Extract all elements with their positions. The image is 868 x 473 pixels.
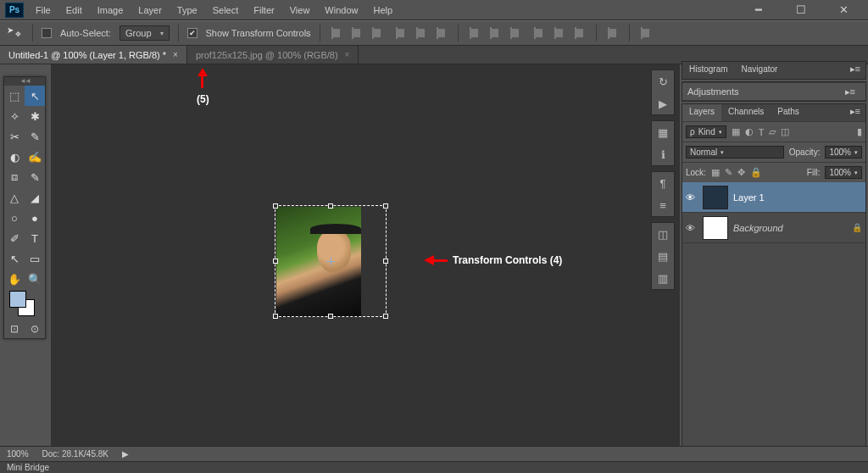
- document-tab-2[interactable]: prof125x125.jpg @ 100% (RGB/8) ×: [187, 46, 359, 64]
- quickmask-icon[interactable]: ⊡: [10, 323, 19, 335]
- transform-center-icon[interactable]: [326, 257, 335, 265]
- document-tab-1[interactable]: Untitled-1 @ 100% (Layer 1, RGB/8) * ×: [0, 46, 187, 64]
- align-hcenter-icon[interactable]: [414, 25, 429, 41]
- auto-select-checkbox[interactable]: [42, 28, 52, 38]
- panel-flyout-icon[interactable]: ▸≡: [845, 62, 865, 79]
- hand-tool[interactable]: ✋: [4, 269, 25, 289]
- maximize-button[interactable]: ☐: [788, 3, 814, 16]
- paragraph-panel-icon[interactable]: ≡: [652, 194, 674, 216]
- 3d-mode-icon[interactable]: [638, 25, 654, 41]
- doc-size[interactable]: Doc: 28.1K/45.8K: [42, 449, 108, 459]
- auto-select-dropdown[interactable]: Group: [120, 25, 170, 41]
- menu-image[interactable]: Image: [91, 3, 131, 18]
- distribute-left-icon[interactable]: [531, 25, 547, 41]
- transform-handle-tl[interactable]: [273, 203, 278, 209]
- distribute-vcenter-icon[interactable]: [487, 25, 503, 41]
- transform-handle-br[interactable]: [383, 314, 388, 319]
- lock-position-icon[interactable]: ✎: [725, 167, 732, 178]
- filter-smart-icon[interactable]: ◫: [781, 126, 789, 137]
- minimize-button[interactable]: ━: [746, 3, 771, 16]
- histogram-tab[interactable]: Histogram: [682, 62, 735, 79]
- mini-bridge-tab[interactable]: Mini Bridge: [0, 461, 868, 473]
- menu-select[interactable]: Select: [206, 3, 246, 18]
- blend-mode-dropdown[interactable]: Normal: [686, 146, 784, 159]
- gradient-tool[interactable]: ◢: [25, 187, 45, 208]
- crop-tool[interactable]: ✂: [4, 126, 25, 147]
- actions-panel-icon[interactable]: ▶: [652, 92, 674, 114]
- navigator-tab[interactable]: Navigator: [735, 62, 785, 79]
- styles-panel-icon[interactable]: ▤: [652, 245, 674, 267]
- eyedropper-tool[interactable]: ✎: [25, 126, 45, 147]
- transform-bounding-box[interactable]: [275, 205, 387, 317]
- properties-panel-icon[interactable]: ▦: [652, 121, 674, 143]
- menu-file[interactable]: File: [29, 3, 58, 18]
- align-vcenter-icon[interactable]: [349, 25, 364, 41]
- panel-flyout-icon[interactable]: ▸≡: [840, 85, 860, 99]
- align-bottom-icon[interactable]: [370, 25, 385, 41]
- history-brush-tool[interactable]: ✎: [25, 167, 45, 187]
- zoom-level[interactable]: 100%: [7, 449, 29, 459]
- healing-tool[interactable]: ◐: [4, 147, 25, 167]
- close-button[interactable]: ✕: [831, 3, 856, 16]
- menu-help[interactable]: Help: [366, 3, 399, 18]
- close-tab-icon[interactable]: ×: [173, 50, 178, 59]
- visibility-icon[interactable]: 👁: [686, 192, 698, 203]
- shape-tool[interactable]: ▭: [25, 248, 45, 269]
- align-left-icon[interactable]: [393, 25, 409, 41]
- paths-tab[interactable]: Paths: [771, 104, 806, 121]
- move-tool[interactable]: ↖: [25, 86, 45, 106]
- panel-flyout-icon[interactable]: ▸≡: [845, 104, 865, 121]
- filter-pixel-icon[interactable]: ▦: [732, 126, 740, 137]
- layer-name[interactable]: Layer 1: [733, 192, 765, 203]
- layer-thumbnail[interactable]: [703, 186, 728, 209]
- color-swatches[interactable]: [4, 289, 45, 320]
- transform-handle-mr[interactable]: [383, 259, 388, 264]
- filter-type-icon[interactable]: T: [759, 127, 765, 137]
- lock-all-icon[interactable]: 🔒: [750, 167, 762, 178]
- screenmode-icon[interactable]: ⊙: [31, 323, 39, 335]
- auto-align-icon[interactable]: [605, 25, 620, 41]
- distribute-right-icon[interactable]: [572, 25, 587, 41]
- lock-pixels-icon[interactable]: ▦: [711, 167, 720, 178]
- info-panel-icon[interactable]: ℹ: [652, 143, 674, 165]
- layers-tab[interactable]: Layers: [682, 104, 721, 121]
- blur-tool[interactable]: ○: [4, 208, 25, 228]
- move-tool-icon[interactable]: [7, 26, 24, 40]
- transform-handle-bl[interactable]: [273, 314, 278, 319]
- filter-shape-icon[interactable]: ▱: [769, 126, 776, 137]
- swatches-panel-icon[interactable]: ◫: [652, 223, 674, 245]
- eraser-tool[interactable]: △: [4, 187, 25, 208]
- transform-handle-ml[interactable]: [273, 259, 278, 264]
- menu-type[interactable]: Type: [170, 3, 204, 18]
- menu-edit[interactable]: Edit: [59, 3, 89, 18]
- transform-handle-tr[interactable]: [383, 203, 388, 209]
- stamp-tool[interactable]: ⧈: [4, 167, 25, 187]
- opacity-value[interactable]: 100%: [825, 146, 862, 159]
- filter-toggle-icon[interactable]: ▮: [857, 126, 862, 137]
- foreground-color-swatch[interactable]: [9, 291, 26, 308]
- show-transform-checkbox[interactable]: [187, 28, 198, 38]
- menu-layer[interactable]: Layer: [131, 3, 169, 18]
- magic-wand-tool[interactable]: ✱: [25, 106, 45, 126]
- lock-move-icon[interactable]: ✥: [737, 167, 745, 178]
- close-tab-icon[interactable]: ×: [345, 50, 350, 59]
- distribute-hcenter-icon[interactable]: [552, 25, 567, 41]
- zoom-tool[interactable]: 🔍: [25, 269, 45, 289]
- placed-image[interactable]: [276, 207, 387, 317]
- visibility-icon[interactable]: 👁: [686, 223, 698, 233]
- history-panel-icon[interactable]: ↻: [652, 70, 674, 92]
- brush-tool[interactable]: ✍: [25, 147, 45, 167]
- path-select-tool[interactable]: ↖: [4, 248, 25, 269]
- menu-window[interactable]: Window: [318, 3, 364, 18]
- distribute-top-icon[interactable]: [467, 25, 482, 41]
- transform-handle-tc[interactable]: [328, 203, 333, 209]
- channels-tab[interactable]: Channels: [721, 104, 771, 121]
- marquee-tool[interactable]: ⬚: [4, 86, 25, 106]
- filter-adjust-icon[interactable]: ◐: [745, 126, 754, 137]
- adjustments-label[interactable]: Adjustments: [687, 86, 739, 97]
- dodge-tool[interactable]: ●: [25, 208, 45, 228]
- lasso-tool[interactable]: ✧: [4, 106, 25, 126]
- tools-collapse-icon[interactable]: [4, 77, 45, 86]
- layer-row[interactable]: 👁 Layer 1: [682, 182, 865, 213]
- menu-filter[interactable]: Filter: [247, 3, 281, 18]
